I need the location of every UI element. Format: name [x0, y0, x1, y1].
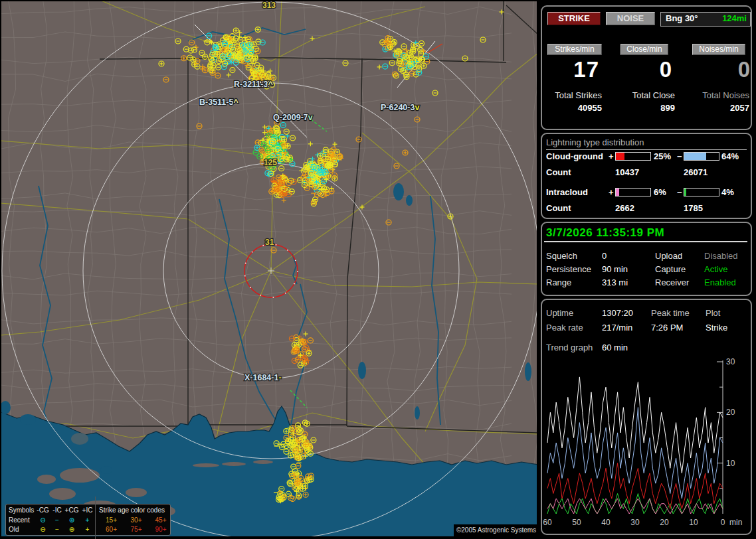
trend-graph-label: Trend graph	[546, 343, 593, 352]
minus-sign: −	[677, 187, 682, 197]
receiver-label: Receiver	[655, 277, 689, 287]
plot-label: Plot	[706, 308, 720, 318]
counter-panel: STRIKE NOISE 124mi Bng 30° Strikes/min C…	[541, 5, 752, 130]
storm-cell-label: B-3511-5^	[199, 98, 238, 107]
distribution-panel: Lightning type distribution Cloud-ground…	[541, 133, 752, 219]
cg-positive-bar-fill	[616, 153, 624, 160]
ic-positive-bar-fill	[616, 189, 619, 196]
cg-negative-bar	[684, 152, 719, 161]
y-tick-label: 30	[726, 357, 735, 366]
bearing-distance: 124mi	[722, 13, 750, 25]
persistence-label: Persistence	[546, 264, 591, 274]
x-axis-unit: min	[729, 518, 742, 527]
peak-rate-label: Peak rate	[546, 323, 583, 333]
distribution-header: Lightning type distribution	[546, 137, 747, 150]
lightning-map[interactable]: 31321912531B-3511-5^R-3211-3^Q-2009-7vP-…	[0, 0, 539, 539]
lake	[20, 414, 36, 425]
receiver-status: Enabled	[704, 277, 736, 287]
capture-status: Active	[704, 264, 727, 274]
status-panel: 3/7/2026 11:35:19 PM Squelch 0 Upload Di…	[541, 222, 752, 296]
x-tick-label: 0	[721, 518, 725, 527]
storm-cell-label: X-1684-1-	[244, 373, 282, 382]
island	[60, 468, 100, 483]
noises-per-min-label: Noises/min	[692, 44, 745, 55]
copyright-text: ©2005 Astrogenic Systems	[454, 524, 539, 536]
squelch-value: 0	[602, 251, 607, 261]
storm-cell-label: P-6240-3v	[381, 103, 419, 112]
x-tick-label: 20	[660, 518, 669, 527]
neg-ic-recent-icon: −	[50, 516, 64, 524]
range-ring-label: 31	[265, 238, 274, 247]
x-tick-label: 10	[689, 518, 698, 527]
intracloud-label: Intracloud	[546, 187, 588, 197]
cg-negative-count: 26071	[684, 167, 708, 177]
legend-recent-label: Recent	[9, 516, 35, 524]
ic-negative-pct: 4%	[721, 187, 734, 197]
lake	[415, 406, 420, 420]
lake	[0, 401, 11, 414]
bearing-label: Bng 30°	[661, 13, 698, 23]
legend-pos-cg-header: +CG	[64, 506, 80, 514]
plot-mode-value: Strike	[706, 323, 727, 333]
divider	[544, 241, 747, 242]
legend-neg-ic-header: -IC	[50, 506, 64, 514]
age-60-label: 60+	[99, 526, 124, 533]
range-label: Range	[546, 277, 571, 287]
island	[253, 460, 273, 464]
ic-count-label: Count	[546, 203, 571, 213]
strikes-per-min-value: 17	[542, 57, 599, 82]
total-strikes-label: Total Strikes	[542, 90, 602, 100]
lake	[100, 466, 112, 474]
upload-label: Upload	[655, 251, 682, 261]
legend-age-header: Strike age color codes	[99, 506, 173, 514]
legend-symbols-header: Symbols	[9, 506, 35, 514]
trend-series-total-strikes	[547, 377, 723, 473]
uptime-label: Uptime	[546, 308, 573, 318]
ic-positive-bar	[615, 188, 651, 196]
x-tick-label: 30	[630, 518, 640, 527]
strikes-per-min-label: Strikes/min	[547, 44, 602, 55]
cg-negative-pct: 64%	[721, 151, 739, 161]
total-strikes-value: 40955	[542, 103, 602, 113]
ic-positive-pct: 6%	[654, 187, 666, 197]
age-15-label: 15+	[99, 516, 124, 524]
datetime-display: 3/7/2026 11:35:19 PM	[546, 226, 664, 240]
map-canvas[interactable]: 31321912531B-3511-5^R-3211-3^Q-2009-7vP-…	[0, 0, 539, 539]
pos-cg-old-icon: ⊕	[64, 526, 80, 533]
plus-sign: +	[609, 151, 614, 161]
pos-ic-recent-icon: +	[80, 516, 95, 524]
cloud-ground-label: Cloud-ground	[546, 151, 603, 161]
symbol-legend: Symbols -CG -IC +CG +IC Strike age color…	[5, 504, 171, 536]
ic-positive-count: 2662	[615, 203, 634, 213]
plus-sign: +	[609, 187, 614, 197]
capture-label: Capture	[655, 264, 686, 274]
peak-rate-value: 217/min	[602, 323, 632, 333]
total-close-label: Total Close	[606, 90, 675, 100]
noises-per-min-value: 0	[679, 57, 751, 82]
storm-cell-label: Q-2009-7v	[273, 113, 313, 122]
y-tick-label: 10	[726, 459, 735, 468]
total-noises-value: 2057	[679, 103, 749, 113]
persistence-value: 90 min	[602, 264, 628, 274]
age-30-label: 30+	[124, 516, 149, 524]
storm-cell-label: R-3211-3^	[234, 80, 273, 89]
strike-button[interactable]: STRIKE	[547, 12, 601, 25]
close-per-min-label: Close/min	[620, 44, 668, 55]
island	[37, 475, 56, 484]
x-tick-label: 50	[572, 518, 581, 527]
trend-series-ic-positive	[547, 499, 723, 514]
x-tick-label: 60	[543, 518, 552, 527]
ic-negative-bar	[684, 188, 719, 196]
age-45-label: 45+	[149, 516, 173, 524]
lake	[406, 195, 413, 206]
island	[126, 488, 147, 497]
pos-ic-old-icon: +	[80, 526, 95, 533]
age-75-label: 75+	[124, 526, 149, 533]
close-per-min-value: 0	[606, 57, 672, 82]
noise-button[interactable]: NOISE	[606, 12, 655, 25]
map-layers: 31321912531B-3511-5^R-3211-3^Q-2009-7vP-…	[0, 0, 539, 539]
cg-count-label: Count	[546, 167, 571, 177]
y-tick-label: 20	[726, 408, 735, 417]
minus-sign: −	[677, 151, 682, 161]
trend-window-value: 60 min	[602, 343, 628, 352]
